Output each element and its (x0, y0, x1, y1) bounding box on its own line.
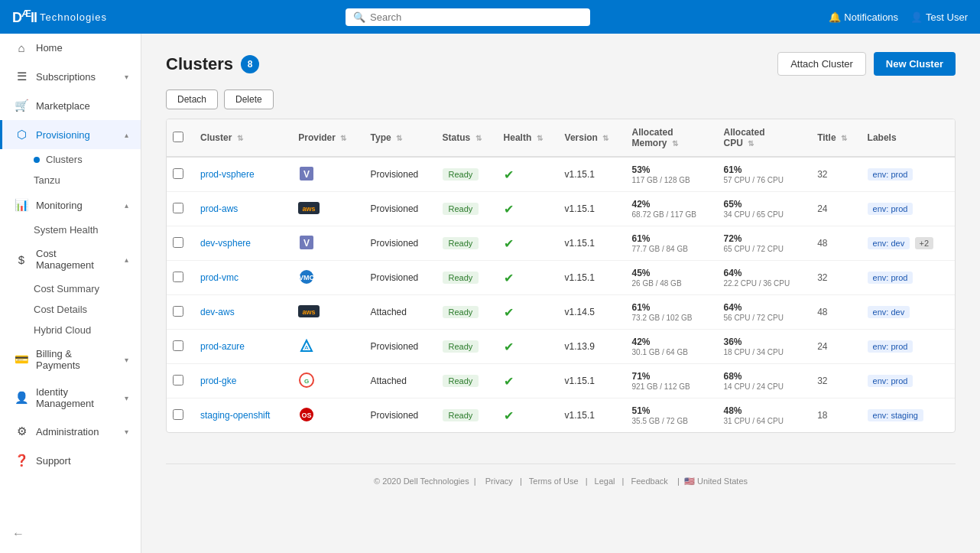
table-row: prod-vsphere V Provisioned Ready ✔ v1.15… (167, 157, 955, 192)
back-button[interactable]: ← (12, 527, 24, 541)
sidebar-item-hybrid-cloud[interactable]: Hybrid Cloud (0, 320, 141, 340)
alloc-cpu-4: 64% 56 CPU / 72 CPU (718, 295, 812, 330)
search-bar[interactable]: 🔍 (346, 8, 590, 26)
cluster-name-5[interactable]: prod-azure (194, 330, 292, 364)
svg-text:OS: OS (302, 411, 312, 419)
subscriptions-icon: ☰ (15, 70, 28, 83)
cluster-name-4[interactable]: dev-aws (194, 295, 292, 330)
clusters-table: Cluster ⇅ Provider ⇅ Type ⇅ Status ⇅ Hea… (167, 119, 955, 432)
user-menu[interactable]: 👤 Test User (910, 11, 968, 23)
sidebar: ⌂ Home ☰ Subscriptions ▾ 🛒 Marketplace ⬡… (0, 34, 141, 553)
cluster-name-1[interactable]: prod-aws (194, 192, 292, 226)
row-checkbox-1[interactable] (167, 192, 194, 226)
col-status[interactable]: Status ⇅ (436, 119, 498, 157)
provider-icon-6: G (292, 364, 364, 398)
row-checkbox-3[interactable] (167, 261, 194, 295)
select-all-header[interactable] (167, 119, 194, 157)
sidebar-item-clusters[interactable]: Clusters (0, 149, 141, 170)
search-input[interactable] (370, 11, 582, 23)
alloc-cpu-5: 36% 18 CPU / 34 CPU (718, 330, 812, 364)
row-checkbox-7[interactable] (167, 398, 194, 433)
cluster-link-7[interactable]: staging-openshift (200, 410, 270, 421)
cluster-name-2[interactable]: dev-vsphere (194, 226, 292, 261)
sidebar-item-support[interactable]: ❓ Support (0, 446, 141, 475)
monitoring-icon: 📊 (15, 198, 28, 212)
privacy-link[interactable]: Privacy (485, 477, 513, 486)
new-cluster-button[interactable]: New Cluster (874, 52, 956, 76)
alloc-cpu-0: 61% 57 CPU / 76 CPU (718, 157, 812, 192)
cluster-link-2[interactable]: dev-vsphere (200, 238, 251, 249)
sidebar-item-monitoring[interactable]: 📊 Monitoring ▴ (0, 190, 141, 220)
status-1: Ready (436, 192, 498, 226)
cluster-link-4[interactable]: dev-aws (200, 307, 235, 317)
type-5: Provisioned (365, 330, 436, 364)
main-content: Clusters 8 Attach Cluster New Cluster De… (141, 34, 980, 553)
sidebar-item-billing[interactable]: 💳 Billing & Payments ▾ (0, 340, 141, 379)
cluster-link-5[interactable]: prod-azure (200, 341, 245, 352)
terms-link[interactable]: Terms of Use (529, 477, 579, 486)
cluster-link-6[interactable]: prod-gke (200, 376, 236, 386)
attach-cluster-button[interactable]: Attach Cluster (777, 52, 866, 76)
legal-link[interactable]: Legal (595, 477, 615, 486)
alloc-mem-5: 42% 30.1 GB / 64 GB (626, 330, 718, 364)
row-checkbox-4[interactable] (167, 295, 194, 330)
identity-icon: 👤 (15, 391, 28, 405)
alloc-cpu-7: 48% 31 CPU / 64 CPU (718, 398, 812, 433)
table-header-row: Cluster ⇅ Provider ⇅ Type ⇅ Status ⇅ Hea… (167, 119, 955, 157)
row-checkbox-0[interactable] (167, 157, 194, 192)
sidebar-item-system-health[interactable]: System Health (0, 220, 141, 240)
sidebar-item-administration[interactable]: ⚙ Administration ▾ (0, 417, 141, 446)
sidebar-item-cost-management[interactable]: $ Cost Management ▴ (0, 240, 141, 278)
alloc-mem-0: 53% 117 GB / 128 GB (626, 157, 718, 192)
cluster-link-1[interactable]: prod-aws (200, 203, 238, 214)
cluster-link-3[interactable]: prod-vmc (200, 272, 239, 283)
sidebar-item-cost-details[interactable]: Cost Details (0, 299, 141, 320)
sidebar-item-cost-summary[interactable]: Cost Summary (0, 278, 141, 299)
feedback-link[interactable]: Feedback (631, 477, 668, 486)
col-type[interactable]: Type ⇅ (365, 119, 436, 157)
row-checkbox-6[interactable] (167, 364, 194, 398)
row-checkbox-5[interactable] (167, 330, 194, 364)
delete-button[interactable]: Delete (224, 89, 274, 109)
sidebar-item-home[interactable]: ⌂ Home (0, 34, 141, 62)
sidebar-item-subscriptions[interactable]: ☰ Subscriptions ▾ (0, 62, 141, 91)
title-0: 32 (811, 157, 861, 192)
svg-text:VMC: VMC (299, 274, 315, 281)
col-title[interactable]: Title ⇅ (811, 119, 861, 157)
detach-button[interactable]: Detach (166, 89, 218, 109)
cluster-name-3[interactable]: prod-vmc (194, 261, 292, 295)
active-indicator (34, 157, 40, 163)
col-alloc-memory[interactable]: AllocatedMemory ⇅ (626, 119, 718, 157)
col-cluster[interactable]: Cluster ⇅ (194, 119, 292, 157)
version-5: v1.13.9 (559, 330, 626, 364)
labels-5: env: prod (862, 330, 955, 364)
col-version[interactable]: Version ⇅ (559, 119, 626, 157)
sidebar-item-tanzu[interactable]: Tanzu (0, 170, 141, 190)
cluster-link-0[interactable]: prod-vsphere (200, 169, 255, 180)
region-flag: 🇺🇸 (684, 477, 695, 486)
notifications-button[interactable]: 🔔 Notifications (829, 11, 898, 23)
col-health[interactable]: Health ⇅ (498, 119, 559, 157)
status-0: Ready (436, 157, 498, 192)
user-icon: 👤 (910, 11, 923, 23)
col-alloc-cpu[interactable]: AllocatedCPU ⇅ (718, 119, 812, 157)
col-provider[interactable]: Provider ⇅ (292, 119, 364, 157)
svg-text:aws: aws (303, 308, 316, 316)
cluster-count-badge: 8 (241, 55, 259, 73)
clusters-table-container: Cluster ⇅ Provider ⇅ Type ⇅ Status ⇅ Hea… (166, 119, 956, 433)
title-5: 24 (811, 330, 861, 364)
cluster-name-7[interactable]: staging-openshift (194, 398, 292, 433)
select-all-checkbox[interactable] (173, 132, 183, 142)
sidebar-item-marketplace[interactable]: 🛒 Marketplace (0, 91, 141, 120)
provider-icon-1: aws (292, 192, 364, 226)
sort-icon-type: ⇅ (396, 134, 402, 142)
sidebar-item-provisioning[interactable]: ⬡ Provisioning ▴ (0, 120, 141, 149)
type-3: Provisioned (365, 261, 436, 295)
cluster-name-0[interactable]: prod-vsphere (194, 157, 292, 192)
version-2: v1.15.1 (559, 226, 626, 261)
row-checkbox-2[interactable] (167, 226, 194, 261)
sidebar-item-identity[interactable]: 👤 Identity Management ▾ (0, 379, 141, 417)
cluster-name-6[interactable]: prod-gke (194, 364, 292, 398)
sort-icon-version: ⇅ (602, 134, 608, 142)
type-6: Attached (365, 364, 436, 398)
